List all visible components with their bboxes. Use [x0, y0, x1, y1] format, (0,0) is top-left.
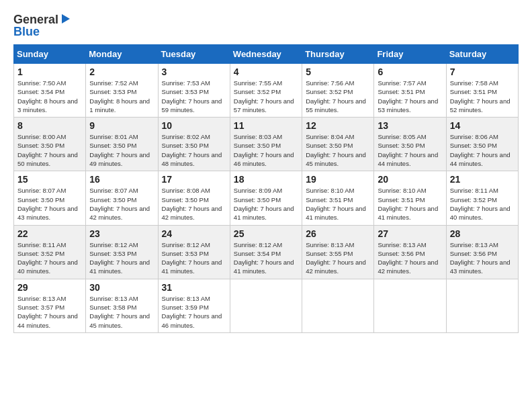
calendar-cell: 30 Sunrise: 8:13 AMSunset: 3:58 PMDaylig… — [86, 279, 158, 332]
day-number: 4 — [234, 66, 298, 77]
day-info: Sunrise: 8:12 AMSunset: 3:53 PMDaylight:… — [162, 241, 222, 275]
calendar-cell: 20 Sunrise: 8:10 AMSunset: 3:51 PMDaylig… — [374, 171, 446, 225]
calendar-cell: 3 Sunrise: 7:53 AMSunset: 3:53 PMDayligh… — [158, 64, 230, 118]
calendar-cell — [446, 279, 518, 332]
day-info: Sunrise: 8:01 AMSunset: 3:50 PMDaylight:… — [89, 133, 150, 167]
day-number: 5 — [306, 66, 370, 77]
calendar-week-row: 22 Sunrise: 8:11 AMSunset: 3:52 PMDaylig… — [14, 225, 519, 279]
day-info: Sunrise: 7:58 AMSunset: 3:51 PMDaylight:… — [450, 79, 511, 113]
day-number: 14 — [450, 120, 515, 131]
day-info: Sunrise: 8:13 AMSunset: 3:58 PMDaylight:… — [89, 295, 150, 329]
day-number: 9 — [89, 120, 154, 131]
day-number: 12 — [306, 120, 370, 131]
calendar-cell: 15 Sunrise: 8:07 AMSunset: 3:50 PMDaylig… — [14, 171, 86, 225]
logo-blue-text: Blue — [13, 26, 70, 38]
weekday-header-tuesday: Tuesday — [158, 45, 230, 64]
day-number: 8 — [17, 120, 82, 131]
calendar-cell: 5 Sunrise: 7:56 AMSunset: 3:52 PMDayligh… — [302, 64, 374, 118]
day-info: Sunrise: 8:09 AMSunset: 3:50 PMDaylight:… — [234, 187, 294, 221]
calendar-cell: 4 Sunrise: 7:55 AMSunset: 3:52 PMDayligh… — [230, 64, 302, 118]
calendar-table: SundayMondayTuesdayWednesdayThursdayFrid… — [13, 44, 519, 333]
day-number: 23 — [89, 228, 154, 239]
calendar-cell: 27 Sunrise: 8:13 AMSunset: 3:56 PMDaylig… — [374, 225, 446, 279]
day-number: 31 — [162, 282, 226, 293]
day-info: Sunrise: 8:13 AMSunset: 3:56 PMDaylight:… — [450, 241, 511, 275]
calendar-cell: 29 Sunrise: 8:13 AMSunset: 3:57 PMDaylig… — [14, 279, 86, 332]
day-info: Sunrise: 7:50 AMSunset: 3:54 PMDaylight:… — [17, 79, 78, 113]
calendar-week-row: 1 Sunrise: 7:50 AMSunset: 3:54 PMDayligh… — [14, 64, 519, 118]
calendar-cell: 17 Sunrise: 8:08 AMSunset: 3:50 PMDaylig… — [158, 171, 230, 225]
day-number: 16 — [89, 174, 154, 185]
day-info: Sunrise: 8:00 AMSunset: 3:50 PMDaylight:… — [17, 133, 78, 167]
day-number: 26 — [306, 228, 370, 239]
day-number: 30 — [89, 282, 154, 293]
calendar-cell: 7 Sunrise: 7:58 AMSunset: 3:51 PMDayligh… — [446, 64, 518, 118]
page-header: General Blue — [13, 13, 519, 38]
calendar-cell: 22 Sunrise: 8:11 AMSunset: 3:52 PMDaylig… — [14, 225, 86, 279]
day-number: 22 — [17, 228, 82, 239]
day-number: 7 — [450, 66, 515, 77]
calendar-cell: 13 Sunrise: 8:05 AMSunset: 3:50 PMDaylig… — [374, 118, 446, 171]
day-info: Sunrise: 8:13 AMSunset: 3:56 PMDaylight:… — [378, 241, 438, 275]
day-number: 11 — [234, 120, 298, 131]
day-number: 19 — [306, 174, 370, 185]
calendar-week-row: 29 Sunrise: 8:13 AMSunset: 3:57 PMDaylig… — [14, 279, 519, 332]
day-number: 15 — [17, 174, 82, 185]
calendar-cell: 2 Sunrise: 7:52 AMSunset: 3:53 PMDayligh… — [86, 64, 158, 118]
calendar-cell: 21 Sunrise: 8:11 AMSunset: 3:52 PMDaylig… — [446, 171, 518, 225]
calendar-cell: 28 Sunrise: 8:13 AMSunset: 3:56 PMDaylig… — [446, 225, 518, 279]
day-info: Sunrise: 8:11 AMSunset: 3:52 PMDaylight:… — [450, 187, 511, 221]
calendar-cell: 19 Sunrise: 8:10 AMSunset: 3:51 PMDaylig… — [302, 171, 374, 225]
day-info: Sunrise: 8:13 AMSunset: 3:59 PMDaylight:… — [162, 295, 222, 329]
calendar-cell: 25 Sunrise: 8:12 AMSunset: 3:54 PMDaylig… — [230, 225, 302, 279]
weekday-header-wednesday: Wednesday — [230, 45, 302, 64]
day-number: 18 — [234, 174, 298, 185]
calendar-cell: 23 Sunrise: 8:12 AMSunset: 3:53 PMDaylig… — [86, 225, 158, 279]
day-number: 13 — [378, 120, 442, 131]
calendar-cell: 26 Sunrise: 8:13 AMSunset: 3:55 PMDaylig… — [302, 225, 374, 279]
calendar-cell: 18 Sunrise: 8:09 AMSunset: 3:50 PMDaylig… — [230, 171, 302, 225]
logo-general-text: General — [13, 13, 58, 26]
calendar-week-row: 8 Sunrise: 8:00 AMSunset: 3:50 PMDayligh… — [14, 118, 519, 171]
calendar-cell: 24 Sunrise: 8:12 AMSunset: 3:53 PMDaylig… — [158, 225, 230, 279]
day-info: Sunrise: 8:11 AMSunset: 3:52 PMDaylight:… — [17, 241, 78, 275]
day-number: 3 — [162, 66, 226, 77]
day-number: 6 — [378, 66, 442, 77]
calendar-cell: 11 Sunrise: 8:03 AMSunset: 3:50 PMDaylig… — [230, 118, 302, 171]
day-number: 2 — [89, 66, 154, 77]
weekday-header-thursday: Thursday — [302, 45, 374, 64]
logo-arrow-icon — [62, 14, 70, 24]
logo: General Blue — [13, 13, 70, 38]
day-info: Sunrise: 8:08 AMSunset: 3:50 PMDaylight:… — [162, 187, 222, 221]
weekday-header-saturday: Saturday — [446, 45, 518, 64]
calendar-cell — [374, 279, 446, 332]
day-info: Sunrise: 8:13 AMSunset: 3:57 PMDaylight:… — [17, 295, 78, 329]
day-info: Sunrise: 8:12 AMSunset: 3:53 PMDaylight:… — [89, 241, 150, 275]
calendar-cell: 10 Sunrise: 8:02 AMSunset: 3:50 PMDaylig… — [158, 118, 230, 171]
day-info: Sunrise: 8:03 AMSunset: 3:50 PMDaylight:… — [234, 133, 294, 167]
day-info: Sunrise: 7:57 AMSunset: 3:51 PMDaylight:… — [378, 79, 438, 113]
day-info: Sunrise: 7:56 AMSunset: 3:52 PMDaylight:… — [306, 79, 366, 113]
calendar-cell: 16 Sunrise: 8:07 AMSunset: 3:50 PMDaylig… — [86, 171, 158, 225]
day-info: Sunrise: 7:53 AMSunset: 3:53 PMDaylight:… — [162, 79, 222, 113]
calendar-cell: 31 Sunrise: 8:13 AMSunset: 3:59 PMDaylig… — [158, 279, 230, 332]
calendar-cell: 14 Sunrise: 8:06 AMSunset: 3:50 PMDaylig… — [446, 118, 518, 171]
calendar-header-row: SundayMondayTuesdayWednesdayThursdayFrid… — [14, 45, 519, 64]
day-number: 28 — [450, 228, 515, 239]
day-info: Sunrise: 8:10 AMSunset: 3:51 PMDaylight:… — [378, 187, 438, 221]
day-number: 10 — [162, 120, 226, 131]
day-info: Sunrise: 8:04 AMSunset: 3:50 PMDaylight:… — [306, 133, 366, 167]
calendar-cell — [302, 279, 374, 332]
day-info: Sunrise: 8:05 AMSunset: 3:50 PMDaylight:… — [378, 133, 438, 167]
day-info: Sunrise: 7:52 AMSunset: 3:53 PMDaylight:… — [89, 79, 150, 113]
day-number: 21 — [450, 174, 515, 185]
day-info: Sunrise: 7:55 AMSunset: 3:52 PMDaylight:… — [234, 79, 294, 113]
day-info: Sunrise: 8:02 AMSunset: 3:50 PMDaylight:… — [162, 133, 222, 167]
calendar-cell: 6 Sunrise: 7:57 AMSunset: 3:51 PMDayligh… — [374, 64, 446, 118]
calendar-week-row: 15 Sunrise: 8:07 AMSunset: 3:50 PMDaylig… — [14, 171, 519, 225]
logo-display: General Blue — [13, 13, 70, 38]
calendar-cell — [230, 279, 302, 332]
day-info: Sunrise: 8:07 AMSunset: 3:50 PMDaylight:… — [17, 187, 78, 221]
day-info: Sunrise: 8:10 AMSunset: 3:51 PMDaylight:… — [306, 187, 366, 221]
day-number: 29 — [17, 282, 82, 293]
